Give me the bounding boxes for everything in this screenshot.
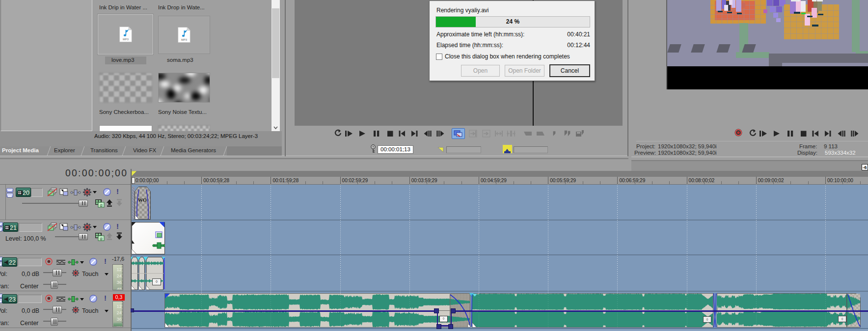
svg-text:WO: WO [138,197,147,203]
svg-text:α: α [100,236,102,241]
svg-text:MP3: MP3 [181,38,187,41]
svg-text:α: α [100,203,102,208]
svg-text:MP3: MP3 [123,38,129,41]
